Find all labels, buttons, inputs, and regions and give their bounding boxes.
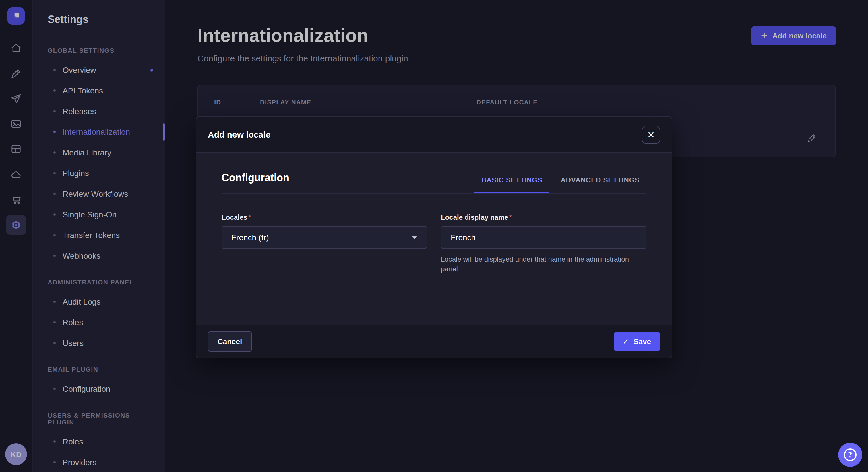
- tab-advanced-settings[interactable]: ADVANCED SETTINGS: [554, 176, 646, 193]
- save-button[interactable]: ✓ Save: [613, 332, 660, 351]
- configuration-header-row: Configuration BASIC SETTINGS ADVANCED SE…: [222, 172, 646, 194]
- locale-form: Locales* French (fr) Locale display name…: [222, 213, 646, 275]
- modal-header: Add new locale ×: [196, 117, 672, 153]
- locales-label-text: Locales: [222, 213, 247, 222]
- display-name-label-text: Locale display name: [441, 213, 508, 222]
- locales-select[interactable]: French (fr): [222, 226, 427, 249]
- save-button-label: Save: [633, 337, 651, 346]
- cancel-button[interactable]: Cancel: [208, 332, 252, 351]
- question-mark-icon: ?: [844, 448, 857, 461]
- close-icon[interactable]: ×: [642, 125, 660, 144]
- required-asterisk: *: [248, 213, 251, 222]
- modal-title: Add new locale: [208, 130, 270, 139]
- display-name-field: Locale display name* Locale will be disp…: [441, 213, 646, 275]
- add-locale-modal: Add new locale × Configuration BASIC SET…: [196, 116, 672, 359]
- modal-footer: Cancel ✓ Save: [196, 325, 672, 358]
- display-name-label: Locale display name*: [441, 213, 646, 222]
- app-window: ⚙ KD Settings GLOBAL SETTINGS Overview A…: [0, 0, 868, 472]
- locale-display-name-input[interactable]: [441, 226, 646, 249]
- help-button[interactable]: ?: [838, 443, 862, 467]
- settings-tabs: BASIC SETTINGS ADVANCED SETTINGS: [474, 176, 646, 193]
- modal-body: Configuration BASIC SETTINGS ADVANCED SE…: [196, 153, 672, 325]
- locales-label: Locales*: [222, 213, 427, 222]
- locales-field: Locales* French (fr): [222, 213, 427, 275]
- required-asterisk: *: [509, 213, 512, 222]
- configuration-title: Configuration: [222, 172, 289, 193]
- tab-basic-settings[interactable]: BASIC SETTINGS: [474, 176, 549, 193]
- chevron-down-icon: [412, 236, 417, 239]
- locales-select-value: French (fr): [231, 233, 269, 242]
- check-icon: ✓: [623, 338, 629, 345]
- display-name-hint: Locale will be displayed under that name…: [441, 255, 646, 275]
